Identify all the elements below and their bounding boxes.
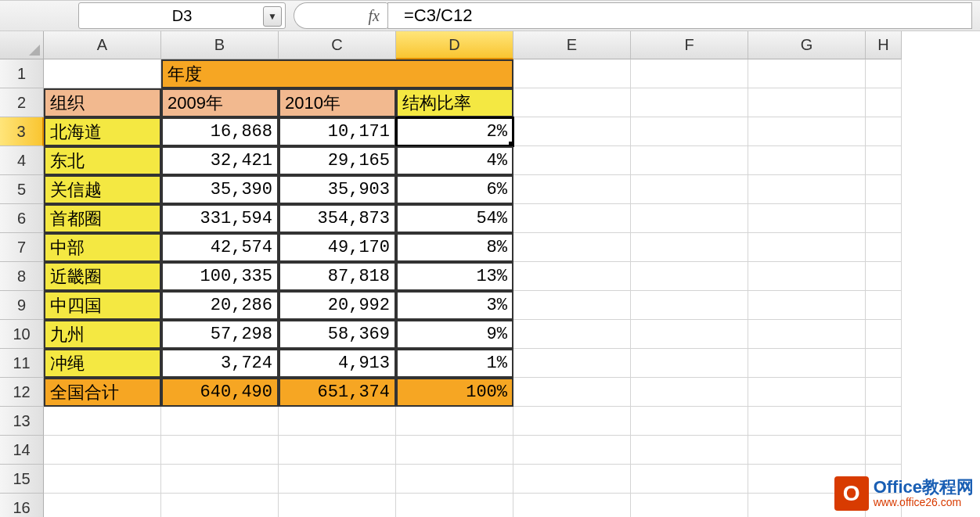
cell-F13[interactable] <box>631 407 748 436</box>
cell-A12[interactable]: 全国合计 <box>44 378 161 407</box>
cell-H12[interactable] <box>866 378 902 407</box>
row-header-13[interactable]: 13 <box>0 407 44 436</box>
row-header-5[interactable]: 5 <box>0 175 44 204</box>
row-header-1[interactable]: 1 <box>0 59 44 88</box>
cell-B13[interactable] <box>161 407 279 436</box>
cell-H8[interactable] <box>866 262 902 291</box>
cell-H11[interactable] <box>866 349 902 378</box>
cell-B10[interactable]: 57,298 <box>161 320 279 349</box>
cell-E12[interactable] <box>513 378 631 407</box>
cell-D16[interactable] <box>396 494 513 517</box>
cell-F8[interactable] <box>631 262 748 291</box>
cell-E3[interactable] <box>513 117 631 146</box>
cell-H9[interactable] <box>866 291 902 320</box>
cell-F3[interactable] <box>631 117 748 146</box>
cell-C12[interactable]: 651,374 <box>279 378 396 407</box>
column-header-D[interactable]: D <box>396 31 513 59</box>
cell-H7[interactable] <box>866 233 902 262</box>
cell-D11[interactable]: 1% <box>396 349 513 378</box>
cell-G10[interactable] <box>748 320 866 349</box>
row-header-3[interactable]: 3 <box>0 117 44 146</box>
row-header-2[interactable]: 2 <box>0 88 44 117</box>
cell-E4[interactable] <box>513 146 631 175</box>
cell-E14[interactable] <box>513 436 631 465</box>
cell-H10[interactable] <box>866 320 902 349</box>
cell-C16[interactable] <box>279 494 396 517</box>
cell-D3[interactable]: 2% <box>396 117 513 146</box>
cell-C2[interactable]: 2010年 <box>279 88 396 117</box>
cell-H2[interactable] <box>866 88 902 117</box>
cell-E1[interactable] <box>513 59 631 88</box>
cell-H6[interactable] <box>866 204 902 233</box>
cell-D6[interactable]: 54% <box>396 204 513 233</box>
formula-input[interactable]: =C3/C12 <box>387 2 972 29</box>
cell-C6[interactable]: 354,873 <box>279 204 396 233</box>
cell-C14[interactable] <box>279 436 396 465</box>
name-box[interactable]: D3 ▼ <box>78 2 286 29</box>
row-header-11[interactable]: 11 <box>0 349 44 378</box>
cell-A14[interactable] <box>44 436 161 465</box>
cell-E2[interactable] <box>513 88 631 117</box>
cell-A10[interactable]: 九州 <box>44 320 161 349</box>
cell-E11[interactable] <box>513 349 631 378</box>
cell-H5[interactable] <box>866 175 902 204</box>
row-header-8[interactable]: 8 <box>0 262 44 291</box>
cell-F5[interactable] <box>631 175 748 204</box>
cell-G6[interactable] <box>748 204 866 233</box>
cell-F11[interactable] <box>631 349 748 378</box>
column-header-E[interactable]: E <box>513 31 631 59</box>
cell-C7[interactable]: 49,170 <box>279 233 396 262</box>
column-header-A[interactable]: A <box>44 31 161 59</box>
cell-F15[interactable] <box>631 465 748 494</box>
cell-F16[interactable] <box>631 494 748 517</box>
cell-E6[interactable] <box>513 204 631 233</box>
cell-B1[interactable]: 年度 <box>161 59 513 88</box>
cell-G8[interactable] <box>748 262 866 291</box>
cell-C3[interactable]: 10,171 <box>279 117 396 146</box>
column-header-H[interactable]: H <box>866 31 902 59</box>
cell-E13[interactable] <box>513 407 631 436</box>
name-box-dropdown[interactable]: ▼ <box>263 6 282 27</box>
cell-F4[interactable] <box>631 146 748 175</box>
cell-A15[interactable] <box>44 465 161 494</box>
cell-B5[interactable]: 35,390 <box>161 175 279 204</box>
row-header-14[interactable]: 14 <box>0 436 44 465</box>
cell-C11[interactable]: 4,913 <box>279 349 396 378</box>
cell-A6[interactable]: 首都圈 <box>44 204 161 233</box>
cell-B9[interactable]: 20,286 <box>161 291 279 320</box>
cell-H14[interactable] <box>866 436 902 465</box>
cell-B4[interactable]: 32,421 <box>161 146 279 175</box>
cell-C15[interactable] <box>279 465 396 494</box>
cell-C8[interactable]: 87,818 <box>279 262 396 291</box>
cell-E7[interactable] <box>513 233 631 262</box>
cell-F12[interactable] <box>631 378 748 407</box>
cell-D12[interactable]: 100% <box>396 378 513 407</box>
cell-B14[interactable] <box>161 436 279 465</box>
cell-C13[interactable] <box>279 407 396 436</box>
cell-D5[interactable]: 6% <box>396 175 513 204</box>
column-header-C[interactable]: C <box>279 31 396 59</box>
column-header-G[interactable]: G <box>748 31 866 59</box>
cell-grid[interactable]: 年度组织2009年2010年结构比率北海道16,86810,1712%东北32,… <box>44 59 902 517</box>
cell-G11[interactable] <box>748 349 866 378</box>
cell-B2[interactable]: 2009年 <box>161 88 279 117</box>
cell-B11[interactable]: 3,724 <box>161 349 279 378</box>
cell-A1[interactable] <box>44 59 161 88</box>
cell-E10[interactable] <box>513 320 631 349</box>
row-header-10[interactable]: 10 <box>0 320 44 349</box>
cell-H1[interactable] <box>866 59 902 88</box>
cell-D9[interactable]: 3% <box>396 291 513 320</box>
cell-B3[interactable]: 16,868 <box>161 117 279 146</box>
cell-G4[interactable] <box>748 146 866 175</box>
cell-F2[interactable] <box>631 88 748 117</box>
cell-A9[interactable]: 中四国 <box>44 291 161 320</box>
cell-D7[interactable]: 8% <box>396 233 513 262</box>
row-header-15[interactable]: 15 <box>0 465 44 494</box>
cell-A2[interactable]: 组织 <box>44 88 161 117</box>
row-header-7[interactable]: 7 <box>0 233 44 262</box>
row-header-9[interactable]: 9 <box>0 291 44 320</box>
cell-E5[interactable] <box>513 175 631 204</box>
cell-A16[interactable] <box>44 494 161 517</box>
row-header-16[interactable]: 16 <box>0 494 44 517</box>
cell-C4[interactable]: 29,165 <box>279 146 396 175</box>
